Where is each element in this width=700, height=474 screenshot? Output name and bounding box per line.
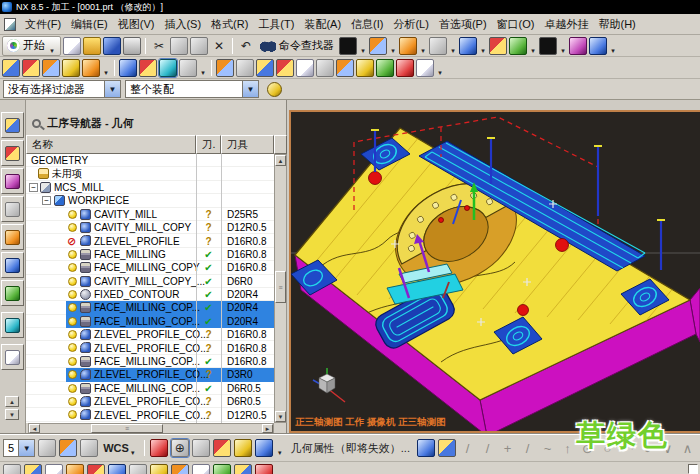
bounded-plane-button[interactable] xyxy=(417,439,435,457)
menu-insert[interactable]: 插入(S) xyxy=(159,17,206,32)
table-row[interactable]: ZLEVEL_PROFILE_CO...?D6R0.5 xyxy=(26,395,274,408)
resource-scroll-down[interactable]: ▼ xyxy=(5,409,19,420)
link-button[interactable] xyxy=(192,439,210,457)
horizontal-scrollbar[interactable]: ◄ ≡ ► xyxy=(28,423,274,434)
verify-toolpath-button[interactable] xyxy=(256,59,274,77)
start-dropdown-icon[interactable] xyxy=(48,37,56,55)
create-operation-button[interactable] xyxy=(82,59,100,77)
point-constructor-button[interactable]: ⊕ xyxy=(171,439,189,457)
internet-explorer-tab[interactable] xyxy=(1,312,24,338)
bottom-toolbar-icon-13[interactable] xyxy=(255,464,273,474)
workshop-doc-button[interactable] xyxy=(396,59,414,77)
print-button[interactable] xyxy=(123,37,141,55)
command-finder-button[interactable]: 命令查找器 xyxy=(257,38,337,53)
open-button[interactable] xyxy=(83,37,101,55)
column-tool[interactable]: 刀具 xyxy=(221,135,274,154)
notebook-dropdown-icon[interactable] xyxy=(449,37,457,55)
section-view-button[interactable] xyxy=(569,37,587,55)
table-row[interactable]: −MCS_MILL xyxy=(26,181,274,194)
table-row[interactable]: CAVITY_MILL_COPY_...✔D6R0 xyxy=(26,275,274,288)
show-hide-button[interactable] xyxy=(509,37,527,55)
machine-tool-navigator-tab[interactable] xyxy=(1,224,24,250)
simulate-button[interactable] xyxy=(276,59,294,77)
shop-doc-button[interactable] xyxy=(356,59,374,77)
menu-window[interactable]: 窗口(O) xyxy=(492,17,540,32)
program-order-view-button[interactable] xyxy=(119,59,137,77)
table-row[interactable]: FACE_MILLING_COPY✔D16R0.8 xyxy=(26,261,274,274)
layer-settings-button[interactable] xyxy=(369,37,387,55)
table-row[interactable]: −WORKPIECE xyxy=(26,194,274,207)
datum-button[interactable] xyxy=(150,439,168,457)
bottom-toolbar-icon-7[interactable] xyxy=(129,464,147,474)
table-row[interactable]: FACE_MILLING_COP...✔D6R0.5 xyxy=(26,382,274,395)
machining-feedback-button[interactable] xyxy=(316,59,334,77)
output-check-button[interactable] xyxy=(376,59,394,77)
notebook-button[interactable] xyxy=(429,37,447,55)
post-process-button[interactable] xyxy=(336,59,354,77)
hd3d-tools-tab[interactable] xyxy=(1,280,24,306)
collapse-icon[interactable]: − xyxy=(29,183,38,192)
table-row[interactable]: FACE_MILLING_COP...✔D16R0.8 xyxy=(26,355,274,368)
bottom-toolbar-icon-6[interactable] xyxy=(108,464,126,474)
bottom-toolbar-icon-9[interactable] xyxy=(171,464,189,474)
snap-midpoint-icon[interactable]: ↑ xyxy=(559,441,576,456)
show-hide-dropdown-icon[interactable] xyxy=(529,37,537,55)
menu-help[interactable]: 帮助(H) xyxy=(593,17,640,32)
menu-tools[interactable]: 工具(T) xyxy=(253,17,299,32)
column-name[interactable]: 名称 xyxy=(26,135,196,154)
bottom-toolbar-icon-5[interactable] xyxy=(87,464,105,474)
constraint-navigator-tab[interactable] xyxy=(1,140,24,166)
create-dropdown-icon[interactable] xyxy=(102,59,110,77)
render-style-button[interactable] xyxy=(489,37,507,55)
menu-file[interactable]: 文件(F) xyxy=(20,17,66,32)
assembly-navigator-tab[interactable] xyxy=(1,112,24,138)
orient-view-dropdown-icon[interactable] xyxy=(609,37,617,55)
layer-category-button[interactable] xyxy=(38,439,56,457)
scope-dropdown-icon[interactable] xyxy=(242,81,258,97)
replay-toolpath-button[interactable] xyxy=(236,59,254,77)
generate-toolpath-button[interactable] xyxy=(216,59,234,77)
cad-tools-button[interactable] xyxy=(438,439,456,457)
cut-button[interactable]: ✂ xyxy=(150,37,168,55)
table-row[interactable]: FACE_MILLING✔D16R0.8 xyxy=(26,248,274,261)
menu-preferences[interactable]: 首选项(P) xyxy=(434,17,492,32)
column-path[interactable]: 刀. xyxy=(196,135,221,154)
table-row[interactable]: ZLEVEL_PROFILE_CO...?D12R0.5 xyxy=(26,408,274,421)
copy-button[interactable] xyxy=(170,37,188,55)
selection-scope-combo[interactable]: 整个装配 xyxy=(125,80,259,98)
machine-tool-view-button[interactable] xyxy=(139,59,157,77)
scroll-down-button[interactable]: ▼ xyxy=(275,411,286,422)
collapse-icon[interactable]: − xyxy=(42,196,51,205)
table-row[interactable]: CAVITY_MILL_COPY?D12R0.5 xyxy=(26,221,274,234)
snap-vertex-icon[interactable]: ∧ xyxy=(679,441,696,456)
layer-visibility-button[interactable] xyxy=(80,439,98,457)
table-row[interactable]: ZLEVEL_PROFILE_CO...?D16R0.8 xyxy=(26,341,274,354)
report-button[interactable] xyxy=(416,59,434,77)
geometry-properties-button[interactable]: 几何属性（即将失效）... xyxy=(287,441,414,456)
window-layout-dropdown-icon[interactable] xyxy=(419,37,427,55)
window-layout-button[interactable] xyxy=(399,37,417,55)
layer-combo-dropdown-icon[interactable] xyxy=(18,440,34,456)
wcs-dropdown-icon[interactable] xyxy=(129,439,137,457)
layer-dropdown-icon[interactable] xyxy=(389,37,397,55)
bottom-toolbar-icon-2[interactable] xyxy=(24,464,42,474)
table-row-selected[interactable]: FACE_MILLING_COP...✔D20R4 xyxy=(26,301,274,314)
wcs-button[interactable]: WCS xyxy=(101,439,139,457)
snap-line2-icon[interactable]: / xyxy=(479,441,496,456)
method-view-button[interactable] xyxy=(179,59,197,77)
snap-point-icon[interactable]: + xyxy=(499,441,516,456)
pin-icon[interactable] xyxy=(32,119,41,128)
bottom-toolbar-icon-12[interactable] xyxy=(234,464,252,474)
bottom-toolbar-icon-11[interactable] xyxy=(213,464,231,474)
menu-analysis[interactable]: 分析(L) xyxy=(388,17,433,32)
viewport-3d-canvas[interactable]: 正三轴测图 工作 摄像机 正三轴测图 xyxy=(291,112,700,431)
table-row-selected[interactable]: FACE_MILLING_COP...✔D20R4 xyxy=(26,315,274,328)
start-button[interactable]: 开始 xyxy=(2,36,61,56)
snap-curve-icon[interactable]: ~ xyxy=(539,441,556,456)
bottom-toolbar-icon-10[interactable] xyxy=(192,464,210,474)
vertical-scrollbar[interactable]: ▲ ≡ ▼ xyxy=(274,154,287,423)
menu-view[interactable]: 视图(V) xyxy=(113,17,160,32)
scroll-up-button[interactable]: ▲ xyxy=(275,155,286,166)
vertical-scroll-thumb[interactable]: ≡ xyxy=(275,271,286,303)
snap-line-icon[interactable]: / xyxy=(459,441,476,456)
